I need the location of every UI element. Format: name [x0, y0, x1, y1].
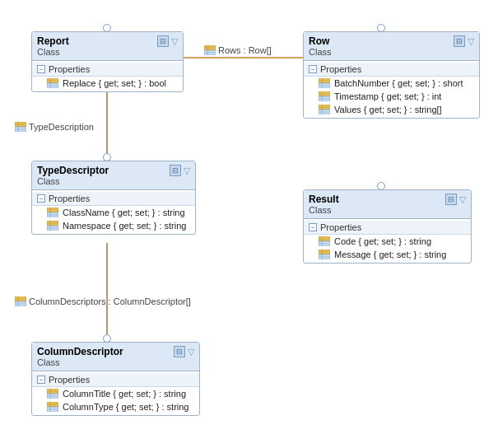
- property-icon: [47, 402, 58, 412]
- uml-box-typedescriptor: TypeDescriptor Class ⊟ ▽ − Properties Cl…: [31, 161, 196, 235]
- class-type-row: Class: [309, 47, 332, 57]
- property-icon: [319, 78, 330, 88]
- class-name-row: Row: [309, 35, 332, 47]
- property-icon: [319, 91, 330, 101]
- section-typedescriptor-properties: − Properties ClassName { get; set; } : s…: [32, 190, 195, 234]
- diagram-canvas: Rows : Row[] TypeDescription: [0, 0, 498, 448]
- section-label-columndescriptor: Properties: [49, 375, 90, 385]
- filter-icon-typedescriptor[interactable]: ▽: [184, 166, 190, 176]
- class-name-typedescriptor: TypeDescriptor: [37, 165, 109, 176]
- class-name-result: Result: [309, 194, 339, 205]
- uml-box-row: Row Class ⊟ ▽ − Properties BatchNumber {…: [303, 31, 480, 119]
- connector-label-coldesc: ColumnDescriptors : ColumnDescriptor[]: [15, 296, 191, 306]
- class-type-columndescriptor: Class: [37, 357, 123, 367]
- property-columndescriptor-1: ColumnType { get; set; } : string: [32, 400, 199, 413]
- property-typedescriptor-0: ClassName { get; set; } : string: [32, 206, 195, 219]
- section-label-report: Properties: [49, 64, 90, 74]
- circle-row-top: [377, 24, 385, 32]
- property-icon: [47, 78, 58, 88]
- class-type-result: Class: [309, 205, 339, 215]
- uml-header-report: Report Class ⊟ ▽: [32, 32, 183, 61]
- property-columndescriptor-0: ColumnTitle { get; set; } : string: [32, 387, 199, 400]
- property-row-0: BatchNumber { get; set; } : short: [304, 77, 479, 90]
- circle-result-top: [377, 182, 385, 190]
- section-label-typedescriptor: Properties: [49, 194, 90, 203]
- section-label-result: Properties: [320, 222, 361, 232]
- uml-header-result: Result Class ⊟ ▽: [304, 190, 471, 219]
- property-icon: [319, 250, 330, 259]
- property-row-1: Timestamp { get; set; } : int: [304, 90, 479, 103]
- section-label-row: Properties: [320, 64, 361, 74]
- class-name-report: Report: [37, 35, 69, 47]
- filter-icon-report[interactable]: ▽: [171, 36, 178, 47]
- section-toggle-result[interactable]: −: [309, 223, 317, 231]
- circle-typedescriptor-top: [103, 153, 111, 161]
- uml-header-row: Row Class ⊟ ▽: [304, 32, 479, 61]
- section-result-properties: − Properties Code { get; set; } : string…: [304, 219, 471, 263]
- circle-report-top: [103, 24, 111, 32]
- property-result-0: Code { get; set; } : string: [304, 235, 471, 248]
- section-toggle-typedescriptor[interactable]: −: [37, 194, 45, 203]
- uml-header-columndescriptor: ColumnDescriptor Class ⊟ ▽: [32, 343, 199, 371]
- filter-icon-columndescriptor[interactable]: ▽: [188, 347, 194, 357]
- property-row-2: Values { get; set; } : string[]: [304, 103, 479, 116]
- class-name-columndescriptor: ColumnDescriptor: [37, 346, 123, 357]
- class-type-typedescriptor: Class: [37, 176, 109, 186]
- uml-header-typedescriptor: TypeDescriptor Class ⊟ ▽: [32, 161, 195, 190]
- circle-columndescriptor-top: [103, 334, 111, 343]
- filter-icon-result[interactable]: ▽: [459, 194, 466, 205]
- expand-icon-result[interactable]: ⊟: [445, 194, 457, 205]
- uml-box-result: Result Class ⊟ ▽ − Properties Code { get…: [303, 189, 472, 264]
- property-report-0: Replace { get; set; } : bool: [32, 77, 183, 90]
- property-result-1: Message { get; set; } : string: [304, 248, 471, 261]
- property-icon: [47, 208, 58, 217]
- property-icon: [47, 389, 58, 399]
- connector-label-rows: Rows : Row[]: [204, 45, 272, 55]
- expand-icon-typedescriptor[interactable]: ⊟: [170, 165, 181, 176]
- property-icon: [319, 236, 330, 246]
- section-toggle-report[interactable]: −: [37, 65, 45, 73]
- uml-box-report: Report Class ⊟ ▽ − Properties Replace { …: [31, 31, 184, 92]
- property-icon: [47, 221, 58, 231]
- property-typedescriptor-1: Namespace { get; set; } : string: [32, 219, 195, 232]
- section-columndescriptor-properties: − Properties ColumnTitle { get; set; } :…: [32, 371, 199, 415]
- class-type-report: Class: [37, 47, 69, 57]
- section-toggle-row[interactable]: −: [309, 65, 317, 73]
- property-icon: [319, 105, 330, 114]
- expand-icon-row[interactable]: ⊟: [454, 35, 465, 47]
- section-row-properties: − Properties BatchNumber { get; set; } :…: [304, 61, 479, 118]
- expand-icon-report[interactable]: ⊟: [157, 35, 169, 47]
- section-report-properties: − Properties Replace { get; set; } : boo…: [32, 61, 183, 91]
- section-toggle-columndescriptor[interactable]: −: [37, 376, 45, 384]
- filter-icon-row[interactable]: ▽: [468, 36, 474, 47]
- uml-box-columndescriptor: ColumnDescriptor Class ⊟ ▽ − Properties …: [31, 342, 200, 416]
- connector-label-typedesc: TypeDescription: [15, 122, 94, 132]
- expand-icon-columndescriptor[interactable]: ⊟: [174, 346, 185, 357]
